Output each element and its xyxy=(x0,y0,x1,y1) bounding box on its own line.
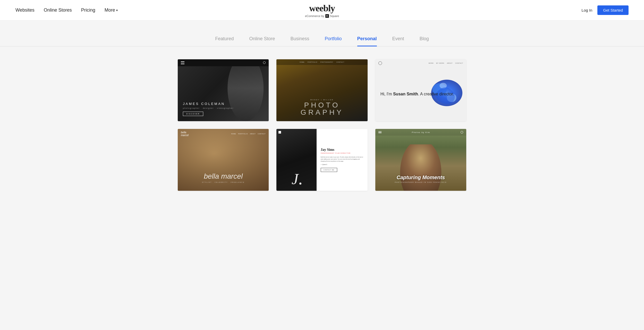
jay-dark-bg: J xyxy=(276,129,316,191)
nav-websites[interactable]: Websites xyxy=(15,7,35,13)
mandy-photography-big: PHOTOGRAPHY xyxy=(276,102,367,116)
james-subtitle: photographer · designer · videographer xyxy=(183,107,234,109)
square-logo-icon: ■ xyxy=(325,14,329,18)
template-grid: James Coleman photographer · designer · … xyxy=(167,59,477,191)
tab-personal[interactable]: Personal xyxy=(357,36,377,46)
logo[interactable]: weebly eCommerce by ■ Square xyxy=(305,3,339,18)
header-actions: Log In Get Started xyxy=(582,5,629,15)
susan-logo-icon xyxy=(378,61,382,65)
category-tabs: Featured Online Store Business Portfolio… xyxy=(0,36,644,46)
tab-blog[interactable]: Blog xyxy=(420,36,429,46)
bella-logo: bellamarcel xyxy=(181,131,189,137)
search-icon xyxy=(263,61,266,64)
jay-body: Edit this text to make it your own. To e… xyxy=(321,156,363,162)
hamburger-icon xyxy=(181,61,184,64)
nav-more[interactable]: More ▾ xyxy=(105,7,118,13)
signup-button[interactable]: Get Started xyxy=(597,5,629,15)
jay-quote: — Quote S. xyxy=(321,164,363,165)
kim-brand-nav: Photos by Kim xyxy=(412,131,430,133)
bella-text: bella marcel STYLIST · CELEBRITY · FREEL… xyxy=(178,173,269,183)
susan-text: Hi, I'm Susan Smith. A creative director… xyxy=(380,91,461,97)
mandy-text: MANDY | MILLER PHOTOGRAPHY xyxy=(276,99,367,116)
nav-online-stores[interactable]: Online Stores xyxy=(44,7,72,13)
bella-subtitle: STYLIST · CELEBRITY · FREELANCE xyxy=(178,182,269,183)
jay-name: Jay Sims xyxy=(321,148,363,152)
main-content: Featured Online Store Business Portfolio… xyxy=(0,21,644,211)
jay-contact-cta: CONTACT ME xyxy=(321,168,337,172)
jay-square-icon xyxy=(278,131,281,134)
james-cta: DISCOVER xyxy=(183,112,203,116)
jay-dot xyxy=(299,183,301,185)
brand-tagline: eCommerce by ■ Square xyxy=(305,14,339,18)
template-james-coleman[interactable]: James Coleman photographer · designer · … xyxy=(178,59,269,121)
chevron-down-icon: ▾ xyxy=(116,9,118,12)
template-susan-smith[interactable]: WORKMY WORKABOUTCONTACT Hi, I'm Susan Sm… xyxy=(375,59,466,121)
template-jay-sims[interactable]: J Jay Sims INDEPENDENT FILM DIRECTOR Edi… xyxy=(276,129,367,191)
template-mandy-miller[interactable]: HOMEPORTFOLIOPHOTOGRAPHYCONTACT MANDY | … xyxy=(276,59,367,121)
bella-nav-links: HOMEPORTFOLIOABOUTCONTACT xyxy=(231,133,266,135)
kim-text: Capturing Moments PHOTOGRAPHER BASED IN … xyxy=(375,175,466,183)
jay-left-panel: J xyxy=(276,129,316,191)
main-nav: Websites Online Stores Pricing More ▾ xyxy=(15,7,118,13)
tab-featured[interactable]: Featured xyxy=(215,36,234,46)
template-bella-marcel[interactable]: bellamarcel HOMEPORTFOLIOABOUTCONTACT be… xyxy=(178,129,269,191)
james-name: James Coleman xyxy=(183,102,234,106)
jay-right-panel: Jay Sims INDEPENDENT FILM DIRECTOR Edit … xyxy=(317,129,368,191)
mandy-nav: HOMEPORTFOLIOPHOTOGRAPHYCONTACT xyxy=(276,59,367,65)
kim-headline: Capturing Moments xyxy=(375,175,466,180)
tab-online-store[interactable]: Online Store xyxy=(249,36,275,46)
jay-initial: J xyxy=(292,171,299,187)
tab-business[interactable]: Business xyxy=(290,36,309,46)
susan-nav: WORKMY WORKABOUTCONTACT xyxy=(375,59,466,67)
jay-title: INDEPENDENT FILM DIRECTOR xyxy=(321,152,363,154)
login-button[interactable]: Log In xyxy=(582,8,592,12)
susan-content: Hi, I'm Susan Smith. A creative director… xyxy=(375,67,466,121)
bella-name: bella marcel xyxy=(178,173,269,180)
template-photos-by-kim[interactable]: Photos by Kim Capturing Moments PHOTOGRA… xyxy=(375,129,466,191)
bella-nav: bellamarcel HOMEPORTFOLIOABOUTCONTACT xyxy=(178,129,269,139)
brand-name: weebly xyxy=(305,3,339,14)
kim-search-icon xyxy=(461,131,463,134)
kim-hamburger-icon xyxy=(378,131,382,134)
nav-pricing[interactable]: Pricing xyxy=(81,7,95,13)
kim-subtitle: PHOTOGRAPHER BASED IN SAN FRANCISCO xyxy=(375,182,466,183)
tab-portfolio[interactable]: Portfolio xyxy=(325,36,342,46)
tab-event[interactable]: Event xyxy=(392,36,404,46)
susan-nav-links: WORKMY WORKABOUTCONTACT xyxy=(429,62,463,64)
header: Websites Online Stores Pricing More ▾ we… xyxy=(0,0,644,21)
kim-nav: Photos by Kim xyxy=(375,129,466,136)
james-text: James Coleman photographer · designer · … xyxy=(183,102,234,116)
